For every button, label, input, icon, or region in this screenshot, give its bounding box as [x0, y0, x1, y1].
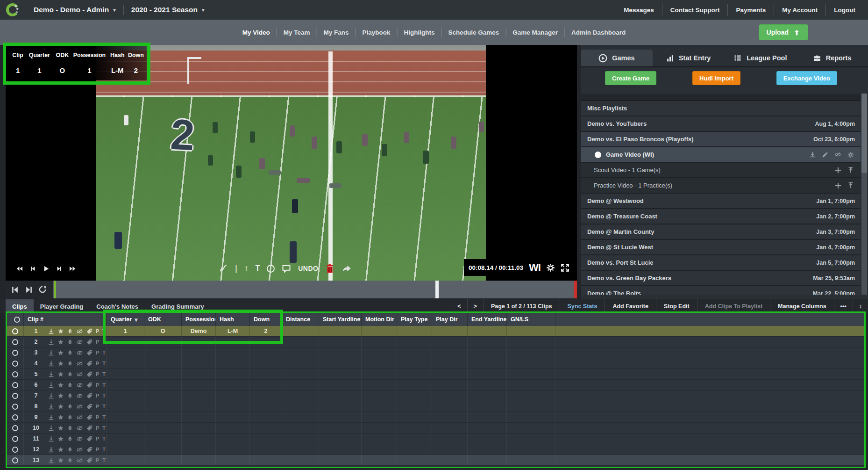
presentation-letter[interactable]: P — [96, 339, 99, 345]
download-icon[interactable] — [48, 436, 54, 442]
comment-tool-icon[interactable] — [282, 264, 291, 273]
table-row[interactable]: 5PT — [7, 369, 864, 380]
tab-stat-entry[interactable]: Stat Entry — [653, 50, 725, 66]
nav-item-my-fans[interactable]: My Fans — [316, 28, 355, 37]
training-letter[interactable]: T — [102, 382, 106, 388]
flame-icon[interactable] — [67, 350, 73, 356]
topbar-link-contact-support[interactable]: Contact Support — [662, 4, 728, 15]
row-select-cell[interactable] — [7, 401, 24, 412]
exchange-video-button[interactable]: Exchange Video — [776, 71, 837, 85]
gear-icon[interactable] — [847, 152, 854, 158]
training-letter[interactable]: T — [102, 457, 106, 463]
video-player[interactable]: 2 Clip1Quarter1ODKOPossession1HashL-MDow… — [6, 45, 577, 281]
pencil-icon[interactable] — [822, 152, 828, 158]
table-row[interactable]: 9PT — [7, 412, 864, 423]
tag-icon[interactable] — [86, 425, 92, 431]
nav-item-schedule-games[interactable]: Schedule Games — [441, 28, 505, 37]
download-icon[interactable] — [48, 414, 54, 420]
seek-playhead[interactable] — [435, 281, 439, 298]
table-row[interactable]: 11PT — [7, 434, 864, 444]
hudl-import-button[interactable]: Hudl Import — [692, 71, 740, 85]
playlist-row[interactable]: Practice Video - 1 Practice(s) — [581, 178, 861, 194]
eye-slash-icon[interactable] — [76, 404, 83, 410]
table-row[interactable]: 8PT — [7, 401, 864, 412]
training-letter[interactable]: T — [102, 328, 106, 334]
table-row[interactable]: 7PT — [7, 390, 864, 401]
season-menu[interactable]: 2020 - 2021 Season ▾ — [124, 6, 212, 14]
training-letter[interactable]: T — [102, 350, 106, 355]
star-icon[interactable] — [57, 404, 64, 410]
row-select-cell[interactable] — [7, 326, 24, 336]
eye-slash-icon[interactable] — [76, 361, 83, 367]
eye-slash-icon[interactable] — [76, 457, 83, 463]
table-row[interactable]: 3PT — [7, 347, 864, 358]
eye-slash-icon[interactable] — [76, 436, 83, 442]
download-icon[interactable] — [48, 328, 54, 334]
training-letter[interactable]: T — [102, 404, 106, 409]
eye-slash-icon[interactable] — [76, 339, 83, 345]
tag-icon[interactable] — [86, 371, 92, 377]
ffwd-icon[interactable] — [68, 265, 77, 272]
step-fwd-icon[interactable] — [56, 265, 62, 272]
playlist-row[interactable]: Demo @ Martin CountyJan 3, 7:00pm — [581, 224, 861, 240]
download-icon[interactable] — [48, 447, 54, 453]
training-letter[interactable]: T — [102, 393, 106, 398]
training-letter[interactable]: T — [102, 371, 106, 377]
gear-icon[interactable] — [546, 263, 555, 272]
step-back-icon[interactable] — [30, 265, 36, 272]
nav-item-highlights[interactable]: Highlights — [397, 28, 441, 37]
row-select-cell[interactable] — [7, 358, 24, 369]
presentation-letter[interactable]: P — [96, 350, 99, 355]
table-row[interactable]: 6PT — [7, 380, 864, 390]
training-letter[interactable]: T — [102, 436, 106, 441]
tag-icon[interactable] — [86, 457, 92, 463]
download-icon[interactable] — [48, 382, 54, 388]
eye-slash-icon[interactable] — [834, 152, 841, 158]
flame-icon[interactable] — [67, 404, 73, 410]
tab-league-pool[interactable]: League Pool — [725, 50, 797, 66]
star-icon[interactable] — [57, 457, 64, 463]
eye-slash-icon[interactable] — [76, 382, 83, 388]
column-header-down[interactable]: Down — [250, 313, 282, 326]
download-icon[interactable] — [48, 371, 54, 377]
tab-reports[interactable]: Reports — [796, 50, 868, 66]
column-header-play-type[interactable]: Play Type — [397, 313, 432, 326]
download-icon[interactable] — [48, 339, 54, 345]
tag-icon[interactable] — [86, 436, 92, 442]
table-row[interactable]: 12PT — [7, 444, 864, 455]
column-header-end-yardline[interactable]: End Yardline — [468, 313, 507, 326]
star-icon[interactable] — [57, 414, 64, 420]
playlist-row[interactable]: Demo @ The BoltsMar 22, 5:00pm — [581, 286, 861, 295]
previous-clip-icon[interactable] — [11, 286, 19, 294]
rewind-icon[interactable] — [15, 265, 24, 272]
topbar-link-logout[interactable]: Logout — [825, 4, 863, 15]
tag-icon[interactable] — [86, 339, 92, 345]
training-letter[interactable]: T — [102, 425, 106, 431]
text-tool-icon[interactable]: T — [255, 264, 260, 273]
tag-icon[interactable] — [86, 404, 92, 410]
star-icon[interactable] — [57, 436, 64, 442]
flame-icon[interactable] — [67, 339, 73, 345]
seek-track[interactable] — [53, 281, 577, 298]
row-select-cell[interactable] — [7, 337, 24, 347]
column-header-start-yardline[interactable]: Start Yardline — [319, 313, 362, 326]
import-icon[interactable] — [847, 182, 854, 189]
replay-icon[interactable] — [38, 285, 47, 294]
flame-icon[interactable] — [67, 328, 73, 334]
row-select-cell[interactable] — [7, 434, 24, 444]
training-letter[interactable]: T — [102, 339, 106, 345]
table-row[interactable]: 2PT — [7, 337, 864, 347]
download-icon[interactable] — [810, 152, 816, 158]
flame-icon[interactable] — [67, 393, 73, 399]
tag-icon[interactable] — [86, 393, 92, 399]
flame-icon[interactable] — [67, 414, 73, 420]
import-icon[interactable] — [847, 167, 854, 174]
row-select-cell[interactable] — [7, 444, 24, 455]
flame-icon[interactable] — [67, 457, 73, 463]
flame-icon[interactable] — [67, 436, 73, 442]
eye-slash-icon[interactable] — [76, 447, 83, 453]
tab-games[interactable]: Games — [581, 50, 653, 66]
flame-icon[interactable] — [67, 425, 73, 431]
scrollbar[interactable] — [861, 94, 867, 295]
nav-item-admin-dashboard[interactable]: Admin Dashboard — [564, 28, 632, 37]
